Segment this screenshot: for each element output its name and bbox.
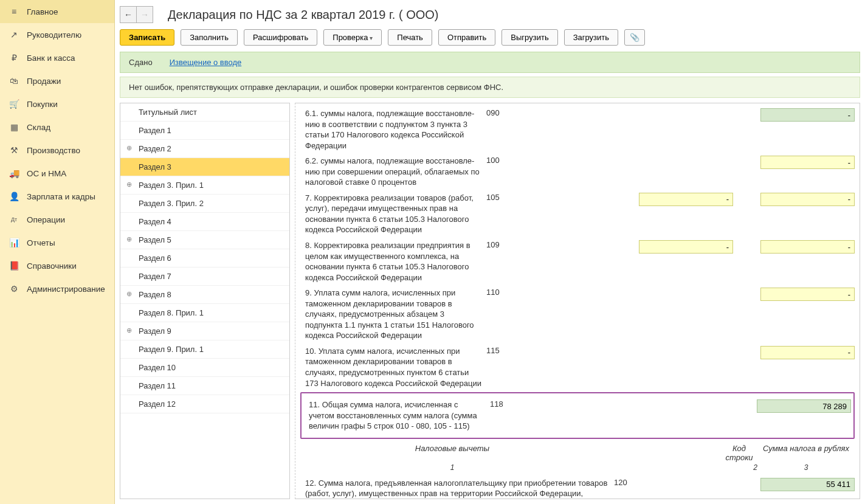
expand-icon[interactable]: ⊕ <box>126 235 132 243</box>
section-label: Раздел 3 <box>139 162 171 171</box>
menu-icon: ≡ <box>9 6 19 17</box>
send-button[interactable]: Отправить <box>438 29 495 46</box>
row-118-total[interactable] <box>757 399 851 413</box>
section-item[interactable]: Раздел 3 <box>120 158 289 176</box>
section-item[interactable]: ⊕Раздел 3. Прил. 1 <box>120 176 289 195</box>
row-109: 8. Корректировка реализации предприятия … <box>300 238 855 285</box>
section-label: Раздел 4 <box>139 217 171 226</box>
nav-sales[interactable]: 🛍Продажи <box>0 69 114 92</box>
section-label: Раздел 12 <box>139 399 176 409</box>
grid-icon: ▦ <box>9 122 19 133</box>
export-button[interactable]: Выгрузить <box>501 29 557 46</box>
row-105-value1[interactable] <box>639 193 733 206</box>
row-090-value[interactable] <box>760 108 855 122</box>
section-item[interactable]: Раздел 1 <box>120 122 289 140</box>
section-label: Раздел 8. Прил. 1 <box>139 308 204 317</box>
notification-link[interactable]: Извещение о вводе <box>170 58 242 67</box>
main-navigation: ≡Главное ↗Руководителю ₽Банк и касса 🛍Пр… <box>0 0 115 504</box>
nav-label: Покупки <box>27 100 58 109</box>
nav-hr[interactable]: 👤Зарплата и кадры <box>0 185 114 208</box>
person-icon: 👤 <box>9 191 19 202</box>
section-label: Раздел 2 <box>139 144 171 153</box>
nav-manager[interactable]: ↗Руководителю <box>0 23 114 46</box>
section-item[interactable]: Раздел 7 <box>120 268 289 286</box>
row-100: 6.2. суммы налога, подлежащие восстановл… <box>300 153 855 190</box>
section-item[interactable]: Раздел 8. Прил. 1 <box>120 304 289 322</box>
section-item[interactable]: Раздел 11 <box>120 377 289 395</box>
check-button[interactable]: Проверка <box>323 29 382 46</box>
row-desc: 6.2. суммы налога, подлежащие восстановл… <box>300 156 486 188</box>
section-item[interactable]: ⊕Раздел 5 <box>120 231 289 249</box>
nav-reports[interactable]: 📊Отчеты <box>0 231 114 254</box>
colnum-2: 2 <box>721 463 757 472</box>
expand-icon[interactable]: ⊕ <box>126 326 132 334</box>
cart-icon: 🛒 <box>9 98 19 109</box>
nav-label: Операции <box>27 215 65 224</box>
nav-back-button[interactable]: ← <box>120 6 137 23</box>
write-button[interactable]: Записать <box>120 29 174 46</box>
section-label: Раздел 7 <box>139 272 171 281</box>
decrypt-button[interactable]: Расшифровать <box>244 29 317 46</box>
nav-label: Справочники <box>27 261 77 271</box>
print-button[interactable]: Печать <box>388 29 432 46</box>
nav-label: Главное <box>27 7 58 16</box>
nav-assets[interactable]: 🚚ОС и НМА <box>0 162 114 185</box>
row-desc: 11. Общая сумма налога, исчисленная с уч… <box>304 399 490 432</box>
nav-warehouse[interactable]: ▦Склад <box>0 116 114 139</box>
row-110-value[interactable] <box>760 288 855 301</box>
expand-icon[interactable]: ⊕ <box>126 144 132 152</box>
section-item[interactable]: Раздел 10 <box>120 359 289 377</box>
section-item[interactable]: Раздел 12 <box>120 395 289 413</box>
row-105: 7. Корректировка реализации товаров (раб… <box>300 190 855 238</box>
nav-label: Продажи <box>27 77 61 86</box>
expand-icon[interactable]: ⊕ <box>126 181 132 188</box>
attach-button[interactable]: 📎 <box>624 29 645 46</box>
section-item[interactable]: Раздел 3. Прил. 2 <box>120 195 289 213</box>
row-code: 120 <box>614 478 638 487</box>
row-115-value[interactable] <box>760 346 855 359</box>
nav-admin[interactable]: ⚙Администрирование <box>0 277 114 300</box>
nav-operations[interactable]: ДтОперации <box>0 208 114 231</box>
nav-bank[interactable]: ₽Банк и касса <box>0 46 114 69</box>
section-item[interactable]: Раздел 6 <box>120 249 289 268</box>
section-label: Раздел 9. Прил. 1 <box>139 345 204 354</box>
truck-icon: 🚚 <box>9 168 19 179</box>
row-109-value1[interactable] <box>639 240 733 254</box>
row-118: 11. Общая сумма налога, исчисленная с уч… <box>304 397 851 434</box>
nav-production[interactable]: ⚒Производство <box>0 139 114 162</box>
row-100-value[interactable] <box>760 156 855 169</box>
subheader-row: Налоговые вычеты Код строки Сумма налога… <box>300 440 855 463</box>
section-item[interactable]: Титульный лист <box>120 103 289 122</box>
section-item[interactable]: ⊕Раздел 9 <box>120 322 289 340</box>
nav-forward-button[interactable]: → <box>137 6 153 23</box>
section-item[interactable]: Раздел 4 <box>120 213 289 231</box>
colnum-1: 1 <box>300 463 604 472</box>
gear-icon: ⚙ <box>9 283 19 294</box>
section-item[interactable]: Раздел 9. Прил. 1 <box>120 340 289 359</box>
bag-icon: 🛍 <box>9 75 19 86</box>
nav-label: Производство <box>27 146 80 155</box>
section-item[interactable]: ⊕Раздел 2 <box>120 140 289 158</box>
section-label: Титульный лист <box>139 108 197 117</box>
row-code: 110 <box>486 288 511 297</box>
declaration-form: 6.1. суммы налога, подлежащие восстановл… <box>295 103 860 499</box>
fill-button[interactable]: Заполнить <box>181 29 238 46</box>
nav-label: Зарплата и кадры <box>27 192 95 201</box>
row-120-value[interactable] <box>760 478 855 491</box>
row-code: 118 <box>490 399 514 409</box>
ruble-icon: ₽ <box>9 52 19 63</box>
row-109-value2[interactable] <box>760 240 855 254</box>
nav-directories[interactable]: 📕Справочники <box>0 254 114 277</box>
section-item[interactable]: ⊕Раздел 8 <box>120 286 289 304</box>
subhead-amount: Сумма налога в рублях <box>757 444 855 462</box>
row-desc: 12. Сумма налога, предъявленная налогопл… <box>300 478 614 499</box>
section-label: Раздел 10 <box>139 363 176 372</box>
row-code: 115 <box>486 346 511 355</box>
debit-icon: Дт <box>9 214 19 225</box>
row-105-value2[interactable] <box>760 193 855 206</box>
nav-main[interactable]: ≡Главное <box>0 0 114 23</box>
row-desc: 6.1. суммы налога, подлежащие восстановл… <box>300 108 486 151</box>
nav-purchases[interactable]: 🛒Покупки <box>0 92 114 116</box>
load-button[interactable]: Загрузить <box>564 29 618 46</box>
expand-icon[interactable]: ⊕ <box>126 290 132 298</box>
